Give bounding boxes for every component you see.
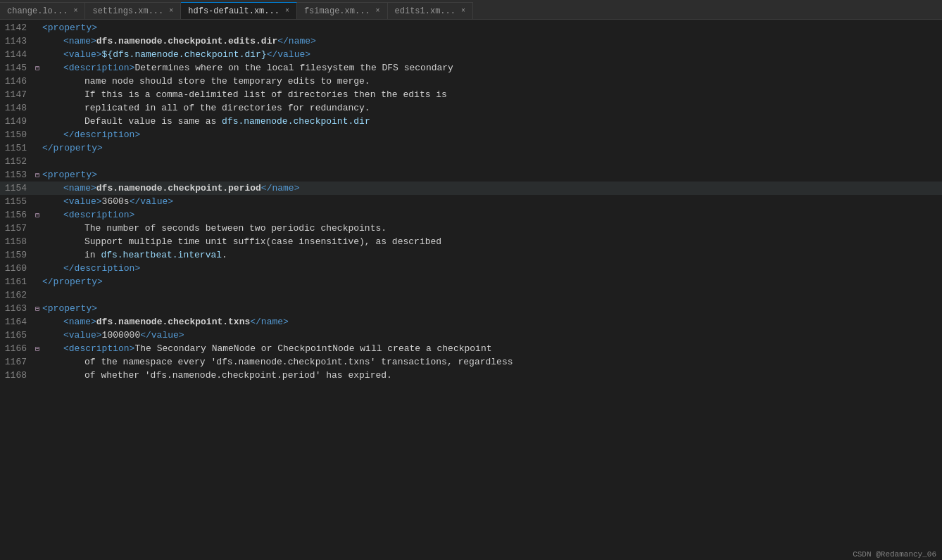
line-1165: 1165<value>1000000</value>: [0, 329, 942, 342]
fold-icon[interactable]: ⊟: [35, 172, 39, 179]
line-content: <name>dfs.namenode.checkpoint.period</na…: [42, 182, 299, 195]
line-number: 1161: [0, 275, 32, 288]
fold-gutter[interactable]: ⊟: [32, 61, 42, 75]
line-number: 1163: [0, 302, 32, 315]
tab-change-log[interactable]: change.lo...×: [0, 2, 85, 19]
line-content: Default value is same as dfs.namenode.ch…: [42, 115, 370, 128]
line-number: 1159: [0, 248, 32, 262]
line-number: 1158: [0, 235, 32, 248]
line-number: 1152: [0, 155, 32, 168]
line-content: <name>dfs.namenode.checkpoint.txns</name…: [42, 315, 289, 329]
fold-icon[interactable]: ⊟: [35, 305, 39, 313]
close-tab-change-log[interactable]: ×: [73, 7, 77, 15]
line-1167: 1167of the namespace every 'dfs.namenode…: [0, 355, 942, 369]
line-number: 1165: [0, 329, 32, 342]
line-1163: 1163⊟<property>: [0, 302, 942, 315]
line-number: 1167: [0, 355, 32, 369]
line-number: 1146: [0, 75, 32, 88]
line-number: 1160: [0, 262, 32, 275]
line-content: of the namespace every 'dfs.namenode.che…: [42, 355, 513, 369]
line-content: <description>: [42, 208, 134, 222]
fold-gutter[interactable]: ⊟: [32, 302, 42, 316]
line-content: replicated in all of the directories for…: [42, 101, 370, 115]
line-content: in dfs.heartbeat.interval.: [42, 248, 227, 262]
line-1164: 1164<name>dfs.namenode.checkpoint.txns</…: [0, 315, 942, 329]
close-tab-edits1-xml[interactable]: ×: [461, 7, 465, 15]
line-number: 1151: [0, 141, 32, 155]
line-1144: 1144<value>${dfs.namenode.checkpoint.dir…: [0, 48, 942, 61]
fold-icon[interactable]: ⊟: [35, 345, 39, 353]
fold-gutter[interactable]: ⊟: [32, 342, 42, 356]
line-content: <value>3600s</value>: [42, 195, 173, 208]
line-number: 1157: [0, 222, 32, 235]
line-content: name node should store the temporary edi…: [42, 75, 370, 88]
line-1146: 1146name node should store the temporary…: [0, 75, 942, 88]
line-content: <property>: [42, 168, 97, 182]
line-number: 1166: [0, 342, 32, 355]
fold-gutter[interactable]: ⊟: [32, 208, 42, 222]
tab-hdfs-default-xml[interactable]: hdfs-default.xm...×: [181, 2, 297, 19]
line-1158: 1158Support multiple time unit suffix(ca…: [0, 235, 942, 248]
tab-fsimage-xml[interactable]: fsimage.xm...×: [297, 2, 388, 19]
line-number: 1156: [0, 208, 32, 222]
line-number: 1153: [0, 168, 32, 182]
line-1153: 1153⊟<property>: [0, 168, 942, 182]
line-content: Support multiple time unit suffix(case i…: [42, 235, 441, 248]
line-content: </property>: [42, 275, 103, 288]
line-number: 1143: [0, 34, 32, 48]
line-1162: 1162: [0, 288, 942, 302]
status-bar: CSDN @Redamancy_06: [847, 549, 942, 560]
line-1151: 1151</property>: [0, 141, 942, 155]
line-1166: 1166⊟<description>The Secondary NameNode…: [0, 342, 942, 355]
tab-bar: change.lo...×settings.xm...×hdfs-default…: [0, 0, 942, 20]
fold-gutter[interactable]: ⊟: [32, 168, 42, 182]
close-tab-fsimage-xml[interactable]: ×: [376, 7, 380, 15]
line-1147: 1147If this is a comma-delimited list of…: [0, 88, 942, 101]
line-number: 1164: [0, 315, 32, 329]
line-content: </property>: [42, 141, 103, 155]
line-content: </description>: [42, 262, 140, 275]
line-number: 1148: [0, 101, 32, 115]
line-number: 1168: [0, 369, 32, 382]
line-1152: 1152: [0, 155, 942, 168]
line-1145: 1145⊟<description>Determines where on th…: [0, 61, 942, 75]
line-1156: 1156⊟<description>: [0, 208, 942, 222]
line-1150: 1150</description>: [0, 128, 942, 141]
line-content: <value>1000000</value>: [42, 329, 184, 342]
line-content: <property>: [42, 302, 97, 315]
line-number: 1149: [0, 115, 32, 128]
line-content: <description>The Secondary NameNode or C…: [42, 342, 492, 355]
line-1149: 1149Default value is same as dfs.namenod…: [0, 115, 942, 128]
line-1148: 1148replicated in all of the directories…: [0, 101, 942, 115]
line-content: <value>${dfs.namenode.checkpoint.dir}</v…: [42, 48, 310, 61]
line-content: </description>: [42, 128, 140, 141]
line-1161: 1161</property>: [0, 275, 942, 288]
tab-edits1-xml[interactable]: edits1.xm...×: [388, 2, 473, 19]
line-content: The number of seconds between two period…: [42, 222, 387, 235]
line-1155: 1155<value>3600s</value>: [0, 195, 942, 208]
line-number: 1155: [0, 195, 32, 208]
close-tab-settings-xml[interactable]: ×: [169, 7, 173, 15]
line-content: <description>Determines where on the loc…: [42, 61, 453, 75]
line-number: 1154: [0, 182, 32, 195]
line-number: 1150: [0, 128, 32, 141]
line-1168: 1168of whether 'dfs.namenode.checkpoint.…: [0, 369, 942, 382]
close-tab-hdfs-default-xml[interactable]: ×: [285, 7, 289, 15]
line-number: 1162: [0, 288, 32, 302]
line-1154: 1154<name>dfs.namenode.checkpoint.period…: [0, 182, 942, 195]
line-1142: 1142<property>: [0, 21, 942, 34]
fold-icon[interactable]: ⊟: [35, 65, 39, 72]
fold-icon[interactable]: ⊟: [35, 212, 39, 219]
line-content: of whether 'dfs.namenode.checkpoint.peri…: [42, 369, 392, 382]
line-1160: 1160</description>: [0, 262, 942, 275]
line-content: <name>dfs.namenode.checkpoint.edits.dir<…: [42, 34, 316, 48]
line-content: <property>: [42, 21, 97, 34]
line-content: If this is a comma-delimited list of dir…: [42, 88, 447, 101]
line-number: 1145: [0, 61, 32, 75]
line-1143: 1143<name>dfs.namenode.checkpoint.edits.…: [0, 34, 942, 48]
line-1159: 1159in dfs.heartbeat.interval.: [0, 248, 942, 262]
line-number: 1147: [0, 88, 32, 101]
line-number: 1144: [0, 48, 32, 61]
tab-settings-xml[interactable]: settings.xm...×: [85, 2, 181, 19]
line-number: 1142: [0, 21, 32, 34]
